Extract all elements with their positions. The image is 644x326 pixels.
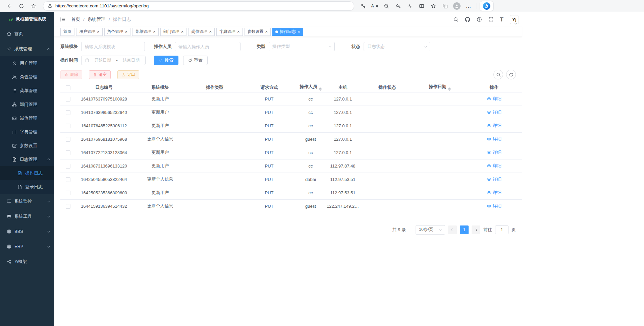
browser-more-button[interactable]: … (463, 1, 474, 11)
row-checkbox[interactable] (66, 97, 70, 102)
refresh-table-button[interactable] (506, 70, 516, 79)
row-checkbox[interactable] (66, 137, 70, 142)
star-icon (431, 3, 436, 9)
page-number-1[interactable]: 1 (460, 225, 469, 234)
sidebar-item-login-log[interactable]: 登录日志 (0, 180, 54, 194)
sidebar-item-menu-mgmt[interactable]: 菜单管理 (0, 84, 54, 97)
github-button[interactable] (465, 17, 470, 22)
browser-essentials-button[interactable] (405, 1, 415, 11)
breadcrumb-home[interactable]: 首页 (71, 16, 80, 22)
sidebar-item-home[interactable]: 首页 (0, 26, 54, 41)
sidebar-item-erp[interactable]: ERP (0, 239, 54, 254)
toggle-search-button[interactable] (493, 70, 503, 79)
row-checkbox[interactable] (66, 110, 70, 115)
browser-refresh-button[interactable] (16, 1, 27, 11)
next-page-button[interactable] (472, 225, 480, 234)
type-select[interactable]: 操作类型 (269, 42, 335, 51)
detail-link[interactable]: 详细 (487, 149, 501, 155)
select-all-checkbox[interactable] (66, 85, 70, 90)
sidebar-item-system-mgmt[interactable]: 系统管理 (0, 41, 54, 56)
address-bar[interactable] (43, 1, 354, 11)
col-operator[interactable]: 操作人员 (297, 83, 324, 92)
prev-page-button[interactable] (448, 225, 457, 234)
tab-home[interactable]: 首页 (60, 28, 74, 36)
collections-button[interactable] (440, 1, 450, 11)
detail-link[interactable]: 详细 (487, 96, 501, 102)
url-input[interactable] (55, 3, 350, 8)
close-icon[interactable]: × (209, 29, 212, 34)
user-avatar-dropdown[interactable]: Yj (510, 15, 517, 24)
tab-dept-mgmt[interactable]: 部门管理× (160, 28, 187, 36)
browser-home-button[interactable] (28, 1, 39, 11)
password-key-button[interactable] (358, 1, 368, 11)
favorites-bar-button[interactable] (428, 1, 439, 11)
reset-button[interactable]: 重置 (183, 56, 208, 65)
row-checkbox[interactable] (66, 191, 70, 195)
detail-link[interactable]: 详细 (487, 136, 501, 142)
header-search-button[interactable] (453, 17, 459, 22)
close-icon[interactable]: × (125, 29, 128, 34)
close-icon[interactable]: × (181, 29, 184, 34)
sidebar-item-oper-log[interactable]: 操作日志 (0, 166, 54, 180)
row-checkbox[interactable] (66, 124, 70, 128)
copilot-button[interactable]: b (480, 1, 494, 11)
table-row: 1642505235366809600 更新用户 PUT cc 112.97.5… (60, 186, 522, 199)
close-icon[interactable]: × (237, 29, 240, 34)
date-range-picker[interactable]: 开始日期 - 结束日期 (81, 56, 146, 65)
sidebar-item-system-tools[interactable]: 系统工具 (0, 209, 54, 224)
sidebar-item-system-monitor[interactable]: 系统监控 (0, 194, 54, 209)
tab-role-mgmt[interactable]: 角色管理× (104, 28, 131, 36)
tab-user-mgmt[interactable]: 用户管理× (76, 28, 103, 36)
font-size-button[interactable]: T (500, 17, 503, 22)
row-checkbox[interactable] (66, 150, 70, 155)
tab-post-mgmt[interactable]: 岗位管理× (188, 28, 215, 36)
add-favorite-button[interactable] (393, 1, 404, 11)
browser-back-button[interactable] (4, 1, 15, 11)
row-checkbox[interactable] (66, 204, 70, 209)
row-checkbox[interactable] (66, 164, 70, 169)
sidebar-item-user-mgmt[interactable]: 用户管理 (0, 56, 54, 70)
tab-param-settings[interactable]: 参数设置× (245, 28, 271, 36)
close-icon[interactable]: × (97, 29, 100, 34)
row-checkbox[interactable] (66, 177, 70, 182)
export-button[interactable]: 导出 (117, 70, 139, 79)
read-aloud-button[interactable]: A (369, 1, 380, 11)
cell-host: 127.0.0.1 (324, 92, 361, 106)
sidebar-item-dict-mgmt[interactable]: 字典管理 (0, 125, 54, 139)
goto-page-input[interactable] (495, 225, 508, 234)
delete-button[interactable]: 删除 (60, 70, 82, 79)
detail-link[interactable]: 详细 (487, 190, 501, 196)
help-button[interactable] (477, 17, 482, 22)
detail-link[interactable]: 详细 (487, 203, 501, 209)
search-button[interactable]: 搜索 (154, 56, 178, 65)
tab-menu-mgmt[interactable]: 菜单管理× (132, 28, 159, 36)
status-select[interactable]: 日志状态 (364, 42, 430, 51)
close-icon[interactable]: × (298, 29, 300, 34)
detail-link[interactable]: 详细 (487, 123, 501, 129)
zoom-button[interactable] (381, 1, 392, 11)
page-size-select[interactable]: 10条/页 (416, 225, 445, 235)
detail-link[interactable]: 详细 (487, 176, 501, 182)
sidebar-fold-button[interactable] (60, 16, 66, 22)
close-icon[interactable]: × (153, 29, 156, 34)
close-icon[interactable]: × (265, 29, 268, 34)
col-date[interactable]: 操作日期 (413, 83, 466, 92)
detail-link[interactable]: 详细 (487, 163, 501, 169)
sidebar-item-dept-mgmt[interactable]: 部门管理 (0, 97, 54, 111)
pagination: 共 9 条 10条/页 1 前往 页 (54, 225, 516, 235)
tab-oper-log[interactable]: 操作日志× (272, 28, 303, 36)
fullscreen-button[interactable] (488, 17, 494, 22)
operator-input[interactable] (175, 42, 240, 51)
sidebar-item-bbs[interactable]: BBS (0, 224, 54, 239)
module-input[interactable] (81, 42, 145, 51)
sidebar-item-post-mgmt[interactable]: 岗位管理 (0, 111, 54, 125)
split-screen-button[interactable] (416, 1, 427, 11)
detail-link[interactable]: 详细 (487, 109, 501, 115)
sidebar-item-role-mgmt[interactable]: 角色管理 (0, 70, 54, 84)
browser-profile-button[interactable] (451, 1, 462, 11)
sidebar-item-log-mgmt[interactable]: 日志管理 (0, 152, 54, 166)
tab-dict-mgmt[interactable]: 字典管理× (216, 28, 243, 36)
sidebar-item-param-settings[interactable]: 参数设置 (0, 139, 54, 152)
sidebar-item-yi-framework[interactable]: Yi框架 (0, 254, 54, 269)
clear-button[interactable]: 清空 (89, 70, 111, 79)
